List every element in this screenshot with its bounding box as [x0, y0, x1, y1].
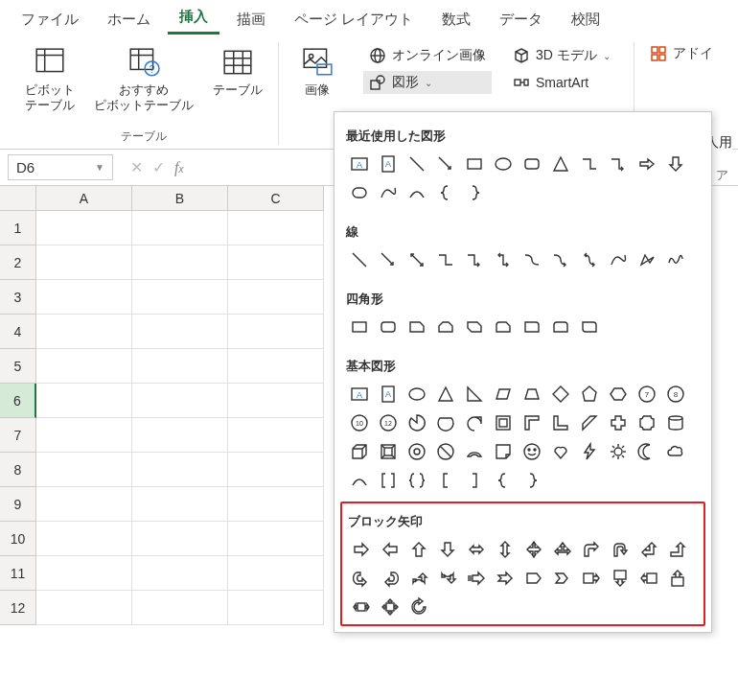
shape-chord[interactable] — [432, 409, 459, 436]
shape-hexagon[interactable] — [605, 381, 632, 408]
cell[interactable] — [132, 522, 228, 556]
shape-triangle[interactable] — [432, 381, 459, 408]
col-header-c[interactable]: C — [228, 186, 324, 211]
tab-insert[interactable]: 挿入 — [168, 2, 219, 35]
shape-can[interactable] — [662, 409, 689, 436]
shape-freeform[interactable] — [634, 246, 660, 273]
shape-l-connector[interactable] — [576, 151, 603, 177]
cell[interactable] — [36, 453, 132, 487]
cell[interactable] — [228, 453, 324, 487]
shape-curved-up-arrow[interactable] — [405, 565, 432, 592]
cell[interactable] — [228, 245, 324, 280]
cell[interactable] — [132, 556, 228, 591]
cell[interactable] — [36, 384, 132, 418]
shape-pentagon[interactable] — [576, 381, 603, 408]
fx-icon[interactable]: fx — [174, 159, 183, 176]
shape-u-turn-arrow[interactable] — [607, 536, 634, 563]
cell[interactable] — [132, 418, 228, 453]
shape-line[interactable] — [346, 246, 373, 273]
shape-right-brace[interactable] — [461, 179, 488, 206]
shape-oval[interactable] — [490, 151, 517, 177]
cancel-formula-icon[interactable]: ✕ — [130, 158, 143, 176]
cell[interactable] — [132, 487, 228, 522]
shape-lightning[interactable] — [576, 438, 603, 465]
shape-line-arrow[interactable] — [375, 246, 402, 273]
shape-snip-single[interactable] — [404, 314, 430, 340]
row-header[interactable]: 10 — [0, 522, 36, 556]
cell[interactable] — [36, 280, 132, 315]
row-header[interactable]: 3 — [0, 280, 36, 315]
shape-snip-same[interactable] — [432, 314, 459, 340]
shape-left-right-up[interactable] — [549, 536, 576, 563]
shape-left-brace[interactable] — [490, 467, 517, 494]
cell[interactable] — [36, 418, 132, 453]
shape-double-brace[interactable] — [404, 467, 430, 494]
tab-review[interactable]: 校閲 — [560, 5, 611, 35]
shape-diag-stripe[interactable] — [576, 409, 603, 436]
shape-teardrop[interactable] — [461, 409, 488, 436]
shape-textbox[interactable]: A — [346, 381, 373, 408]
3d-models-button[interactable]: 3D モデル ⌄ — [507, 44, 616, 67]
shape-down-arrow[interactable] — [662, 151, 689, 177]
shape-curved-down-arrow[interactable] — [434, 565, 461, 592]
cell[interactable] — [36, 556, 132, 591]
shape-folded-corner[interactable] — [490, 438, 517, 465]
shape-notched-right[interactable] — [492, 565, 519, 592]
shape-chevron[interactable] — [549, 565, 576, 592]
shape-left-up-arrow[interactable] — [635, 536, 662, 563]
confirm-formula-icon[interactable]: ✓ — [152, 158, 165, 176]
shape-right-arrow[interactable] — [348, 536, 375, 563]
shape-right-brace[interactable] — [519, 467, 545, 494]
shape-trapezoid[interactable] — [519, 381, 545, 408]
cell[interactable] — [36, 522, 132, 556]
shape-left-brace[interactable] — [432, 179, 459, 206]
shape-arc[interactable] — [346, 467, 373, 494]
tab-page-layout[interactable]: ページ レイアウト — [283, 5, 425, 35]
table-button[interactable]: テーブル — [207, 42, 268, 116]
shape-rect[interactable] — [346, 314, 373, 340]
shape-striped-right[interactable] — [463, 565, 490, 592]
shape-heart[interactable] — [547, 438, 574, 465]
images-button[interactable]: 画像 — [288, 42, 346, 102]
shape-curve-arrow[interactable] — [547, 246, 574, 273]
shape-up-arrow[interactable] — [405, 536, 432, 563]
shape-donut[interactable] — [404, 438, 430, 465]
cell[interactable] — [132, 453, 228, 487]
online-images-button[interactable]: オンライン画像 — [363, 44, 492, 67]
cell[interactable] — [228, 522, 324, 556]
shape-up-callout[interactable] — [664, 565, 691, 592]
shape-quad-callout[interactable] — [377, 594, 404, 620]
shape-bent-arrow[interactable] — [578, 536, 605, 563]
shape-elbow-double[interactable] — [490, 246, 517, 273]
cell[interactable] — [132, 211, 228, 245]
shape-quad-arrow[interactable] — [520, 536, 547, 563]
cell[interactable] — [132, 280, 228, 315]
shape-left-right-callout[interactable] — [348, 594, 375, 620]
shape-line-double-arrow[interactable] — [404, 246, 430, 273]
shape-snip-round[interactable] — [490, 314, 517, 340]
shape-down-arrow[interactable] — [434, 536, 461, 563]
row-header[interactable]: 11 — [0, 556, 36, 591]
row-header[interactable]: 12 — [0, 591, 36, 625]
cell[interactable] — [132, 315, 228, 349]
shape-dodecagon[interactable]: 12 — [375, 409, 402, 436]
row-header[interactable]: 7 — [0, 418, 36, 453]
row-header[interactable]: 5 — [0, 349, 36, 384]
shape-oval[interactable] — [404, 381, 430, 408]
tab-draw[interactable]: 描画 — [225, 5, 277, 35]
shape-textbox-v[interactable]: A — [375, 381, 402, 408]
select-all-corner[interactable] — [0, 186, 36, 211]
col-header-a[interactable]: A — [36, 186, 132, 211]
shape-left-bracket[interactable] — [432, 467, 459, 494]
cell[interactable] — [228, 315, 324, 349]
row-header[interactable]: 6 — [0, 384, 36, 418]
shape-rounded-rect[interactable] — [519, 151, 545, 177]
shape-down-callout[interactable] — [607, 565, 634, 592]
shape-octagon[interactable]: 8 — [662, 381, 689, 408]
cell[interactable] — [228, 384, 324, 418]
shape-frame[interactable] — [490, 409, 517, 436]
col-header-b[interactable]: B — [132, 186, 228, 211]
shape-plaque[interactable] — [634, 409, 660, 436]
shape-curved-right-arrow[interactable] — [348, 565, 375, 592]
shape-left-arrow[interactable] — [377, 536, 404, 563]
